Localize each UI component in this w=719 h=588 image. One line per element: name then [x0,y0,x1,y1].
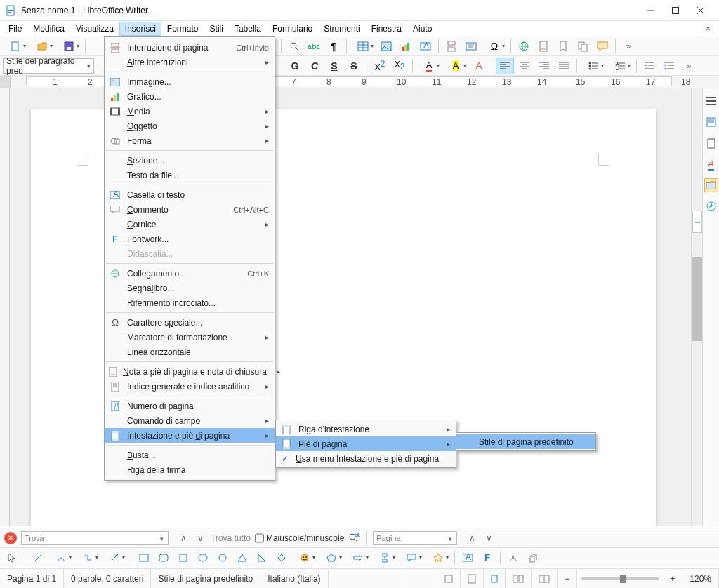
circle-tool[interactable] [213,549,232,566]
sidebar-menu-icon[interactable] [704,94,718,108]
menuitem-textbox[interactable]: ACasella di testo [105,187,275,202]
rtriangle-tool[interactable] [253,549,271,566]
menuitem-header-footer[interactable]: Intestazione e piè di pagina▸ [105,428,275,443]
menuitem-formatmark[interactable]: Marcatore di formattazione▸ [105,330,275,345]
menuitem-page-break[interactable]: Interruzione di paginaCtrl+Invio [105,40,275,55]
vertical-scrollbar[interactable] [691,88,702,526]
save-button[interactable] [56,38,81,55]
menu-form[interactable]: Formulario [267,22,318,36]
submenu-use-menu[interactable]: ✓Usa menu Intestazione e piè di pagina [276,451,456,466]
status-view-multi[interactable] [506,569,532,588]
close-button[interactable] [688,1,713,20]
menu-insert[interactable]: Inserisci [119,22,161,36]
menu-file[interactable]: File [3,22,27,36]
insert-textbox-tool[interactable]: A [459,549,477,566]
menuitem-frame[interactable]: Cornice▸ [105,217,275,232]
menuitem-specialchar[interactable]: ΩCarattere speciale... [105,315,275,330]
star-tool[interactable] [426,549,451,566]
menuitem-object[interactable]: Oggetto▸ [105,119,275,133]
diamond-tool[interactable] [272,549,291,566]
align-right-button[interactable] [535,58,553,74]
symbol-shapes-tool[interactable] [319,549,344,566]
menuitem-pagenumber[interactable]: #Numero di pagina [105,399,275,413]
arrow-shapes-tool[interactable] [345,549,371,566]
menuitem-field[interactable]: Comando di campo▸ [105,413,275,428]
arrows-tool[interactable] [102,549,127,566]
status-insert-mode[interactable] [409,569,437,588]
menu-help[interactable]: Aiuto [407,22,437,36]
find-all-button[interactable]: Trova tutto [211,533,251,543]
italic-button[interactable]: C [305,58,324,74]
sidebar-navigator-icon[interactable] [704,199,718,213]
more-button[interactable]: » [619,38,638,55]
bullet-list-button[interactable] [581,58,606,74]
open-button[interactable] [29,38,55,55]
menu-window[interactable]: Finestra [366,22,407,36]
fontwork-tool[interactable]: F [478,549,496,566]
find-button[interactable] [285,38,303,55]
ellipse-tool[interactable] [194,549,212,566]
square-tool[interactable] [174,549,192,566]
comment-button[interactable] [593,38,612,55]
line-tool[interactable] [29,549,47,566]
paragraph-style-combo[interactable]: Stile del paragrafo pred [3,58,94,74]
image-button[interactable] [377,38,395,55]
roundrect-tool[interactable] [154,549,173,566]
menu-styles[interactable]: Stili [204,22,229,36]
bookmark-button[interactable] [554,38,572,55]
status-words[interactable]: 0 parole, 0 caratteri [64,569,151,588]
menu-table[interactable]: Tabella [229,22,267,36]
textbox-button[interactable]: A [416,38,435,55]
zoom-out-button[interactable]: − [558,569,577,588]
field-button[interactable] [462,38,480,55]
menuitem-image[interactable]: Immagine... [105,74,275,89]
status-pagestyle[interactable]: Stile di pagina predefinito [151,569,260,588]
callout-tool[interactable] [399,549,424,566]
menu-edit[interactable]: Modifica [27,22,70,36]
clearformat-button[interactable]: A [470,58,488,74]
bold-button[interactable]: G [286,58,304,74]
menuitem-shape[interactable]: Forma▸ [105,133,275,148]
menu-format[interactable]: Formato [161,22,204,36]
menuitem-index[interactable]: Indice generale e indice analitico▸ [105,379,275,394]
find-prev-button[interactable]: ∧ [177,533,190,543]
underline-button[interactable]: S [325,58,343,74]
sidebar-page-icon[interactable] [704,136,718,150]
status-view-single[interactable] [484,569,506,588]
nav-prev-button[interactable]: ∧ [466,533,478,543]
curve-tool[interactable] [48,549,74,566]
find-options-button[interactable]: a [348,533,360,544]
flowchart-tool[interactable] [372,549,397,566]
highlight-button[interactable]: A [443,58,468,74]
new-button[interactable] [3,38,28,55]
match-case-checkbox[interactable]: Maiuscole/minuscole [255,531,344,545]
menuitem-section[interactable]: Sezione... [105,153,275,168]
nav-next-button[interactable]: ∨ [482,533,495,543]
specialchar-button[interactable]: Ω [482,38,507,55]
menuitem-crossref[interactable]: Riferimento incrociato... [105,295,275,310]
menuitem-signature[interactable]: Riga della firma [105,462,275,477]
spellcheck-button[interactable]: abc [305,38,323,55]
number-list-button[interactable]: 123 [607,58,633,74]
menu-view[interactable]: Visualizza [70,22,119,36]
chart-button[interactable] [397,38,415,55]
zoom-value[interactable]: 120% [682,569,719,588]
status-view-book[interactable] [532,569,558,588]
menuitem-chart[interactable]: Grafico... [105,89,275,104]
extrusion-tool[interactable] [524,549,542,566]
menuitem-hyperlink[interactable]: Collegamento...Ctrl+K [105,266,275,281]
menuitem-envelope[interactable]: Busta... [105,448,275,462]
find-close-button[interactable]: ✕ [4,532,17,544]
zoom-in-button[interactable]: + [663,569,682,588]
more-format-button[interactable]: » [680,58,698,74]
basic-shapes-tool[interactable] [292,549,317,566]
menuitem-fontwork[interactable]: FFontwork... [105,232,275,246]
superscript-button[interactable]: X2 [371,58,389,74]
sidebar-properties-icon[interactable] [704,115,718,129]
formatting-marks-button[interactable]: ¶ [324,38,343,55]
sidebar-styles-icon[interactable]: A [704,157,718,171]
submenu-footer-row[interactable]: Piè di pagina▸ [276,436,456,451]
subscript-button[interactable]: X2 [390,58,409,74]
submenu-header-row[interactable]: Riga d'intestazione▸ [276,422,456,436]
find-input[interactable] [21,531,169,545]
